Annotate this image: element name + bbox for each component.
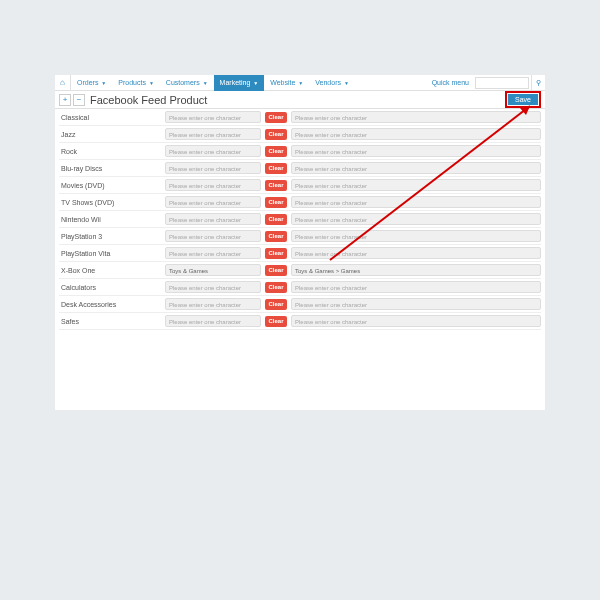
table-row: PlayStation 3Please enter one characterC…	[59, 228, 541, 245]
clear-button[interactable]: Clear	[265, 129, 287, 140]
row-label: Blu-ray Discs	[59, 165, 161, 172]
subcategory-input[interactable]: Please enter one character	[291, 196, 541, 208]
category-input[interactable]: Please enter one character	[165, 162, 261, 174]
category-input[interactable]: Please enter one character	[165, 196, 261, 208]
clear-button[interactable]: Clear	[265, 214, 287, 225]
row-label: Desk Accessories	[59, 301, 161, 308]
subcategory-input[interactable]: Please enter one character	[291, 281, 541, 293]
clear-button[interactable]: Clear	[265, 299, 287, 310]
save-button[interactable]: Save	[508, 94, 538, 105]
table-row: ClassicalPlease enter one characterClear…	[59, 109, 541, 126]
table-row: X-Box OneToys & GamesClearToys & Games >…	[59, 262, 541, 279]
category-input[interactable]: Toys & Games	[165, 264, 261, 276]
row-label: PlayStation Vita	[59, 250, 161, 257]
row-label: Calculators	[59, 284, 161, 291]
subcategory-input[interactable]: Please enter one character	[291, 230, 541, 242]
category-input[interactable]: Please enter one character	[165, 111, 261, 123]
category-input[interactable]: Please enter one character	[165, 281, 261, 293]
subcategory-input[interactable]: Please enter one character	[291, 179, 541, 191]
category-input[interactable]: Please enter one character	[165, 247, 261, 259]
row-label: TV Shows (DVD)	[59, 199, 161, 206]
category-input[interactable]: Please enter one character	[165, 145, 261, 157]
clear-button[interactable]: Clear	[265, 282, 287, 293]
category-input[interactable]: Please enter one character	[165, 315, 261, 327]
nav-marketing[interactable]: Marketing ▼	[214, 75, 265, 91]
page-title: Facebook Feed Product	[90, 94, 207, 106]
category-input[interactable]: Please enter one character	[165, 213, 261, 225]
table-row: Movies (DVD)Please enter one characterCl…	[59, 177, 541, 194]
clear-button[interactable]: Clear	[265, 146, 287, 157]
table-row: Blu-ray DiscsPlease enter one characterC…	[59, 160, 541, 177]
nav-vendors[interactable]: Vendors ▼	[309, 75, 355, 91]
row-label: Nintendo Wii	[59, 216, 161, 223]
row-label: Safes	[59, 318, 161, 325]
table-row: Nintendo WiiPlease enter one characterCl…	[59, 211, 541, 228]
row-label: Classical	[59, 114, 161, 121]
table-row: CalculatorsPlease enter one characterCle…	[59, 279, 541, 296]
nav-customers[interactable]: Customers ▼	[160, 75, 214, 91]
category-rows: ClassicalPlease enter one characterClear…	[55, 109, 545, 410]
row-label: Jazz	[59, 131, 161, 138]
clear-button[interactable]: Clear	[265, 163, 287, 174]
table-row: SafesPlease enter one characterClearPlea…	[59, 313, 541, 330]
top-nav: ⌂ Orders ▼Products ▼Customers ▼Marketing…	[55, 75, 545, 91]
home-icon[interactable]: ⌂	[55, 75, 71, 91]
subcategory-input[interactable]: Please enter one character	[291, 315, 541, 327]
search-input[interactable]	[475, 77, 529, 89]
subcategory-input[interactable]: Please enter one character	[291, 111, 541, 123]
category-input[interactable]: Please enter one character	[165, 230, 261, 242]
quick-menu[interactable]: Quick menu	[426, 79, 475, 86]
clear-button[interactable]: Clear	[265, 248, 287, 259]
row-label: Movies (DVD)	[59, 182, 161, 189]
clear-button[interactable]: Clear	[265, 180, 287, 191]
nav-website[interactable]: Website ▼	[264, 75, 309, 91]
category-input[interactable]: Please enter one character	[165, 128, 261, 140]
clear-button[interactable]: Clear	[265, 316, 287, 327]
clear-button[interactable]: Clear	[265, 265, 287, 276]
collapse-button[interactable]: −	[73, 94, 85, 106]
subcategory-input[interactable]: Please enter one character	[291, 162, 541, 174]
save-highlight: Save	[505, 91, 541, 108]
clear-button[interactable]: Clear	[265, 197, 287, 208]
row-label: PlayStation 3	[59, 233, 161, 240]
subcategory-input[interactable]: Please enter one character	[291, 247, 541, 259]
category-input[interactable]: Please enter one character	[165, 179, 261, 191]
nav-orders[interactable]: Orders ▼	[71, 75, 112, 91]
subcategory-input[interactable]: Please enter one character	[291, 128, 541, 140]
table-row: JazzPlease enter one characterClearPleas…	[59, 126, 541, 143]
subcategory-input[interactable]: Please enter one character	[291, 145, 541, 157]
subcategory-input[interactable]: Please enter one character	[291, 298, 541, 310]
expand-button[interactable]: +	[59, 94, 71, 106]
clear-button[interactable]: Clear	[265, 231, 287, 242]
row-label: X-Box One	[59, 267, 161, 274]
category-input[interactable]: Please enter one character	[165, 298, 261, 310]
page-header: + − Facebook Feed Product Save	[55, 91, 545, 109]
row-label: Rock	[59, 148, 161, 155]
table-row: RockPlease enter one characterClearPleas…	[59, 143, 541, 160]
table-row: Desk AccessoriesPlease enter one charact…	[59, 296, 541, 313]
clear-button[interactable]: Clear	[265, 112, 287, 123]
subcategory-input[interactable]: Please enter one character	[291, 213, 541, 225]
nav-products[interactable]: Products ▼	[112, 75, 160, 91]
subcategory-input[interactable]: Toys & Games > Games	[291, 264, 541, 276]
table-row: PlayStation VitaPlease enter one charact…	[59, 245, 541, 262]
search-icon[interactable]: ⚲	[531, 75, 545, 91]
table-row: TV Shows (DVD)Please enter one character…	[59, 194, 541, 211]
